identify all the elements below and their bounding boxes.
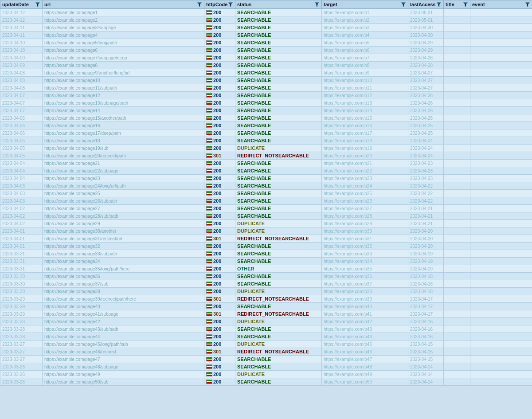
table-row[interactable]: 2023-04-08https://example.com/page10200S… [0,77,532,84]
col-header-status[interactable]: status ▼ [235,0,322,9]
table-row[interactable]: 2023-04-02https://example.com/page29200D… [0,220,532,227]
flag-icon [206,274,212,278]
table-row[interactable]: 2023-03-27https://example.com/page46/red… [0,348,532,356]
table-row[interactable]: 2023-03-26https://example.com/page48/sub… [0,363,532,371]
col-header-title[interactable]: title ▼ [444,0,470,9]
cell-title [444,325,470,333]
table-row[interactable]: 2023-04-05https://example.com/page20/red… [0,152,532,160]
cell-event [470,310,532,318]
cell-lastaccess: 2023-04-15 [408,341,444,348]
col-header-event[interactable]: event ▼ [470,0,532,9]
cell-status: DUPLICATE [235,220,322,227]
filter-icon-url[interactable]: ▼ [197,2,202,7]
http-code-value: 200 [213,258,221,264]
cell-event [470,363,532,371]
col-header-url[interactable]: url ▼ [43,0,204,9]
table-row[interactable]: 2023-04-05https://example.com/page18200S… [0,137,532,145]
filter-icon-status[interactable]: ▼ [314,2,320,7]
table-row[interactable]: 2023-04-06https://example.com/page17/dee… [0,129,532,137]
table-row[interactable]: 2023-03-27https://example.com/page45/lon… [0,341,532,348]
table-row[interactable]: 2023-04-04https://example.com/page21200S… [0,160,532,167]
cell-title [444,212,470,220]
table-row[interactable]: 2023-04-12https://example.com/page2200SE… [0,16,532,24]
table-row[interactable]: 2023-04-04https://example.com/page23200S… [0,175,532,182]
table-row[interactable]: 2023-04-10https://example.com/page6200SE… [0,47,532,54]
table-row[interactable]: 2023-03-29https://example.com/page39/red… [0,295,532,303]
table-row[interactable]: 2023-03-31https://example.com/page34200S… [0,258,532,265]
table-row[interactable]: 2023-04-09https://example.com/page7/subp… [0,54,532,62]
cell-target: https://example.com/p2 [322,16,408,24]
table-row[interactable]: 2023-04-11https://example.com/page4200SE… [0,31,532,39]
table-row[interactable]: 2023-04-06https://example.com/page15/ano… [0,114,532,122]
table-row[interactable]: 2023-03-29https://example.com/page40200S… [0,303,532,310]
filter-icon-target[interactable]: ▼ [401,2,406,7]
cell-url: https://example.com/page14 [43,107,204,114]
cell-httpcode: 200 [204,303,235,310]
cell-event [470,341,532,348]
table-row[interactable]: 2023-04-02https://example.com/page27200S… [0,205,532,212]
table-row[interactable]: 2023-04-03https://example.com/page26/sub… [0,197,532,205]
table-row[interactable]: 2023-04-08https://example.com/page11/sub… [0,84,532,92]
cell-updatedate: 2023-04-03 [0,197,43,205]
table-row[interactable]: 2023-04-01https://example.com/page31/red… [0,235,532,243]
table-row[interactable]: 2023-03-30https://example.com/page38200D… [0,288,532,295]
table-row[interactable]: 2023-03-29https://example.com/page41/sub… [0,310,532,318]
table-row[interactable]: 2023-04-02https://example.com/page28/sub… [0,212,532,220]
table-row[interactable]: 2023-03-31https://example.com/page35/lon… [0,265,532,273]
table-row[interactable]: 2023-04-07https://example.com/page13/sub… [0,99,532,107]
flag-icon [206,25,212,30]
filter-icon-lastaccess[interactable]: ▼ [436,2,442,7]
cell-status: SEARCHABLE [235,378,322,386]
table-row[interactable]: 2023-04-03https://example.com/page24/lon… [0,182,532,190]
cell-httpcode: 200 [204,160,235,167]
cell-target: https://example.com/p27 [322,205,408,212]
table-row[interactable]: 2023-04-01https://example.com/page30/ano… [0,227,532,235]
table-row[interactable]: 2023-04-03https://example.com/page25200S… [0,190,532,197]
filter-icon-httpcode[interactable]: ▼ [228,2,233,7]
cell-title [444,220,470,227]
cell-target: https://example.com/p40 [322,303,408,310]
table-row[interactable]: 2023-04-08https://example.com/page9/anot… [0,69,532,77]
http-code-value: 200 [213,17,221,23]
col-header-target[interactable]: target ▼ [322,0,408,9]
cell-lastaccess: 2023-04-17 [408,310,444,318]
cell-updatedate: 2023-03-30 [0,273,43,280]
table-row[interactable]: 2023-04-12https://example.com/page1200SE… [0,9,532,16]
table-row[interactable]: 2023-04-07https://example.com/page12200S… [0,92,532,99]
cell-updatedate: 2023-04-04 [0,175,43,182]
cell-status: SEARCHABLE [235,107,322,114]
cell-target: https://example.com/p47 [322,356,408,363]
cell-updatedate: 2023-04-09 [0,54,43,62]
http-code-value: 200 [213,176,221,181]
table-row[interactable]: 2023-03-26https://example.com/page50/sub… [0,378,532,386]
http-code-value: 200 [213,319,221,324]
cell-lastaccess: 2023-04-15 [408,348,444,356]
table-row[interactable]: 2023-04-11https://example.com/page3/subp… [0,24,532,31]
table-row[interactable]: 2023-03-30https://example.com/page37/sub… [0,280,532,288]
table-row[interactable]: 2023-04-07https://example.com/page14200S… [0,107,532,114]
filter-icon-event[interactable]: ▼ [525,2,530,7]
table-row[interactable]: 2023-04-06https://example.com/page16200S… [0,122,532,129]
http-code-value: 200 [213,334,221,339]
table-row[interactable]: 2023-04-05https://example.com/page19/sub… [0,145,532,152]
cell-httpcode: 200 [204,99,235,107]
cell-lastaccess: 2023-04-24 [408,145,444,152]
table-row[interactable]: 2023-03-27https://example.com/page47200S… [0,356,532,363]
filter-icon-updatedate[interactable]: ▼ [35,2,40,7]
table-row[interactable]: 2023-04-04https://example.com/page22/sub… [0,167,532,175]
filter-icon-title[interactable]: ▼ [463,2,468,7]
col-header-httpcode[interactable]: httpCode ▼ [204,0,235,9]
cell-event [470,69,532,77]
table-row[interactable]: 2023-03-28https://example.com/page42200D… [0,318,532,325]
table-row[interactable]: 2023-04-10https://example.com/page5/long… [0,39,532,47]
table-row[interactable]: 2023-03-28https://example.com/page44200S… [0,333,532,341]
table-row[interactable]: 2023-03-31https://example.com/page33/sub… [0,250,532,258]
col-header-lastaccess[interactable]: lastAccess ▼ [408,0,444,9]
cell-title [444,243,470,250]
table-row[interactable]: 2023-03-26https://example.com/page49200D… [0,371,532,378]
table-row[interactable]: 2023-04-09https://example.com/page8200SE… [0,62,532,69]
col-header-updatedate[interactable]: updateDate ▼ [0,0,43,9]
table-row[interactable]: 2023-03-28https://example.com/page43/sub… [0,325,532,333]
table-row[interactable]: 2023-03-30https://example.com/page36200S… [0,273,532,280]
table-row[interactable]: 2023-04-01https://example.com/page32200S… [0,243,532,250]
